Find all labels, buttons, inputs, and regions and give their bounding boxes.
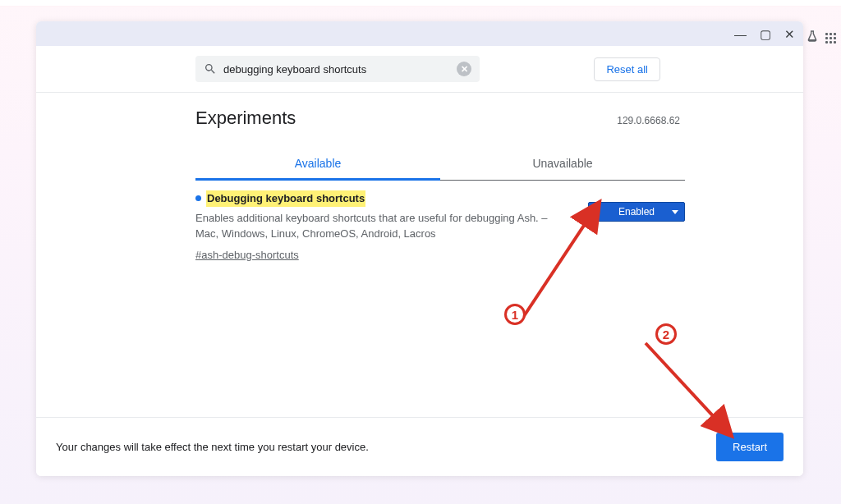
tab-unavailable[interactable]: Unavailable	[440, 149, 685, 180]
flag-title: Debugging keyboard shortcuts	[206, 190, 365, 207]
flag-description: Enables additional keyboard shortcuts th…	[195, 210, 572, 242]
footer-message: Your changes will take effect the next t…	[56, 441, 369, 453]
apps-grid-icon[interactable]	[825, 33, 836, 44]
flag-row: Debugging keyboard shortcuts Enables add…	[195, 190, 685, 263]
flag-dropdown-wrap: Enabled	[588, 190, 685, 263]
window-titlebar: — ▢ ✕	[36, 21, 803, 46]
search-icon	[204, 62, 217, 76]
search-input[interactable]	[223, 63, 450, 76]
reset-all-button[interactable]: Reset all	[594, 57, 660, 81]
modified-dot-icon	[195, 195, 201, 201]
footer-bar: Your changes will take effect the next t…	[36, 417, 803, 476]
version-label: 129.0.6668.62	[617, 115, 680, 126]
flask-icon	[806, 30, 819, 46]
search-box[interactable]: ✕	[195, 56, 480, 82]
page-title: Experiments	[195, 108, 296, 129]
window-close-icon[interactable]: ✕	[784, 28, 795, 40]
tab-available[interactable]: Available	[195, 149, 440, 181]
page-header: Experiments 129.0.6668.62	[36, 108, 803, 129]
shelf-icons	[806, 30, 836, 46]
experiments-window: — ▢ ✕ ✕ Reset all Experiments 129.0.6668…	[36, 21, 803, 476]
flag-permalink[interactable]: #ash-debug-shortcuts	[195, 247, 299, 263]
flag-state-dropdown[interactable]: Enabled	[588, 202, 685, 222]
restart-button[interactable]: Restart	[716, 433, 784, 461]
tabs: Available Unavailable	[195, 149, 685, 181]
search-row: ✕ Reset all	[36, 46, 803, 93]
window-minimize-icon[interactable]: —	[734, 28, 747, 40]
flag-text: Debugging keyboard shortcuts Enables add…	[195, 190, 572, 263]
clear-search-icon[interactable]: ✕	[457, 62, 471, 76]
window-maximize-icon[interactable]: ▢	[760, 28, 771, 40]
